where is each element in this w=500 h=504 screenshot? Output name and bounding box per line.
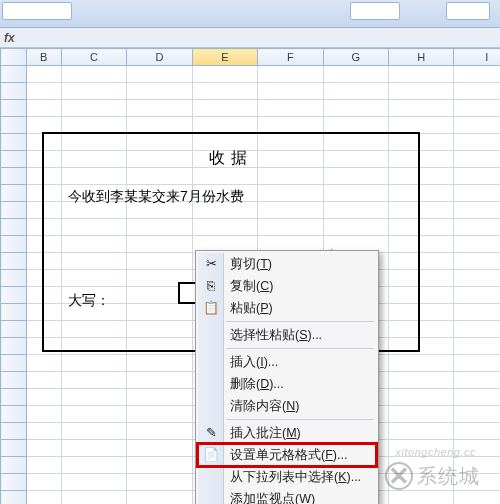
cell[interactable] [454, 270, 500, 287]
cell[interactable] [454, 185, 500, 202]
cell[interactable] [258, 66, 323, 83]
cell[interactable] [454, 253, 500, 270]
cell[interactable] [454, 304, 500, 321]
cell[interactable] [192, 185, 257, 202]
cell[interactable] [127, 219, 192, 236]
context-menu-item[interactable]: 📋粘贴(P) [198, 297, 376, 319]
cell[interactable] [26, 236, 61, 253]
cell[interactable] [454, 406, 500, 423]
cell[interactable] [61, 83, 126, 100]
cell[interactable] [258, 134, 323, 151]
cell[interactable] [389, 338, 454, 355]
cell[interactable] [127, 100, 192, 117]
cell[interactable] [61, 355, 126, 372]
cell[interactable] [454, 219, 500, 236]
cell[interactable] [26, 117, 61, 134]
cell[interactable] [454, 355, 500, 372]
cell[interactable] [389, 253, 454, 270]
cell[interactable] [454, 100, 500, 117]
cell[interactable] [61, 287, 126, 304]
cell[interactable] [26, 423, 61, 440]
cell[interactable] [454, 134, 500, 151]
row-header[interactable] [1, 321, 27, 338]
cell[interactable] [61, 117, 126, 134]
cell[interactable] [454, 236, 500, 253]
cell[interactable] [389, 270, 454, 287]
cell[interactable] [61, 389, 126, 406]
row-header[interactable] [1, 338, 27, 355]
cell[interactable] [61, 491, 126, 505]
row-header[interactable] [1, 134, 27, 151]
cell[interactable] [61, 338, 126, 355]
cell[interactable] [127, 117, 192, 134]
context-menu-item[interactable]: 插入(I)... [198, 351, 376, 373]
name-box[interactable] [2, 2, 72, 20]
cell[interactable] [454, 423, 500, 440]
zoom-percent[interactable] [446, 2, 490, 20]
cell[interactable] [258, 83, 323, 100]
cell[interactable] [26, 151, 61, 168]
cell[interactable] [26, 304, 61, 321]
cell[interactable] [61, 134, 126, 151]
fx-icon[interactable]: fx [4, 31, 15, 45]
cell[interactable] [389, 372, 454, 389]
cell[interactable] [323, 117, 388, 134]
cell[interactable] [127, 287, 192, 304]
cell[interactable] [192, 202, 257, 219]
row-header[interactable] [1, 270, 27, 287]
cell[interactable] [454, 151, 500, 168]
cell[interactable] [61, 151, 126, 168]
cell[interactable] [61, 202, 126, 219]
context-menu-item[interactable]: 删除(D)... [198, 373, 376, 395]
cell[interactable] [26, 406, 61, 423]
cell[interactable] [323, 219, 388, 236]
row-header[interactable] [1, 406, 27, 423]
context-menu-item[interactable]: 添加监视点(W) [198, 488, 376, 504]
cell[interactable] [389, 474, 454, 491]
row-header[interactable] [1, 287, 27, 304]
cell[interactable] [454, 389, 500, 406]
cell[interactable] [61, 100, 126, 117]
cell[interactable] [127, 355, 192, 372]
row-header[interactable] [1, 151, 27, 168]
cell[interactable] [192, 117, 257, 134]
cell[interactable] [61, 474, 126, 491]
col-header[interactable]: B [26, 49, 61, 66]
cell[interactable] [26, 66, 61, 83]
cell[interactable] [258, 185, 323, 202]
cell[interactable] [61, 270, 126, 287]
cell[interactable] [389, 304, 454, 321]
row-header[interactable] [1, 117, 27, 134]
context-menu-item[interactable]: ✂剪切(T) [198, 253, 376, 275]
row-header[interactable] [1, 168, 27, 185]
row-header[interactable] [1, 83, 27, 100]
cell[interactable] [389, 185, 454, 202]
cell[interactable] [26, 168, 61, 185]
cell[interactable] [26, 389, 61, 406]
col-header[interactable]: G [323, 49, 388, 66]
cell[interactable] [454, 117, 500, 134]
cell[interactable] [127, 185, 192, 202]
context-menu-item[interactable]: 清除内容(N) [198, 395, 376, 417]
context-menu-item[interactable]: ✎插入批注(M) [198, 422, 376, 444]
cell[interactable] [323, 83, 388, 100]
context-menu-item[interactable]: 选择性粘贴(S)... [198, 324, 376, 346]
cell[interactable] [258, 117, 323, 134]
cell[interactable] [389, 219, 454, 236]
cell[interactable] [61, 423, 126, 440]
cell[interactable] [26, 321, 61, 338]
cell[interactable] [192, 168, 257, 185]
cell[interactable] [26, 253, 61, 270]
row-header[interactable] [1, 474, 27, 491]
cell[interactable] [127, 253, 192, 270]
cell[interactable] [26, 83, 61, 100]
cell[interactable] [454, 372, 500, 389]
cell[interactable] [26, 457, 61, 474]
row-header[interactable] [1, 100, 27, 117]
cell[interactable] [61, 219, 126, 236]
cell[interactable] [389, 389, 454, 406]
cell[interactable] [61, 321, 126, 338]
cell[interactable] [26, 100, 61, 117]
select-all-corner[interactable] [1, 49, 27, 66]
cell[interactable] [127, 406, 192, 423]
